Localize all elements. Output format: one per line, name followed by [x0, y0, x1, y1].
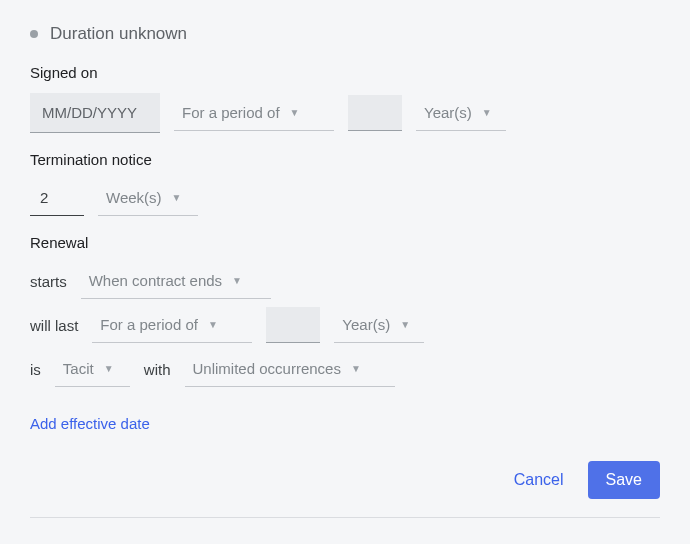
- renewal-is-select[interactable]: Tacit ▼: [55, 351, 130, 387]
- chevron-down-icon: ▼: [482, 108, 492, 118]
- duration-title: Duration unknown: [50, 24, 187, 44]
- renewal-is-label: is: [30, 361, 41, 378]
- renewal-will-last-label: will last: [30, 317, 78, 334]
- termination-value-input[interactable]: [30, 180, 84, 216]
- signed-on-period-unit-select[interactable]: Year(s) ▼: [416, 95, 506, 131]
- signed-on-period-value-input[interactable]: [348, 95, 402, 131]
- cancel-button[interactable]: Cancel: [510, 463, 568, 497]
- chevron-down-icon: ▼: [104, 364, 114, 374]
- renewal-label: Renewal: [30, 234, 660, 251]
- renewal-with-value: Unlimited occurrences: [193, 360, 341, 377]
- termination-notice-label: Termination notice: [30, 151, 660, 168]
- chevron-down-icon: ▼: [172, 193, 182, 203]
- renewal-will-last-unit-select[interactable]: Year(s) ▼: [334, 307, 424, 343]
- save-button[interactable]: Save: [588, 461, 660, 499]
- footer-actions: Cancel Save: [30, 461, 660, 518]
- signed-on-row: For a period of ▼ Year(s) ▼: [30, 93, 660, 133]
- termination-unit-select[interactable]: Week(s) ▼: [98, 180, 198, 216]
- signed-on-period-type-select[interactable]: For a period of ▼: [174, 95, 334, 131]
- renewal-with-select[interactable]: Unlimited occurrences ▼: [185, 351, 395, 387]
- signed-on-period-type-value: For a period of: [182, 104, 280, 121]
- renewal-is-row: is Tacit ▼ with Unlimited occurrences ▼: [30, 351, 660, 387]
- signed-on-label: Signed on: [30, 64, 660, 81]
- bullet-icon: [30, 30, 38, 38]
- renewal-starts-row: starts When contract ends ▼: [30, 263, 660, 299]
- termination-row: Week(s) ▼: [30, 180, 660, 216]
- renewal-with-label: with: [144, 361, 171, 378]
- chevron-down-icon: ▼: [400, 320, 410, 330]
- renewal-will-last-type-select[interactable]: For a period of ▼: [92, 307, 252, 343]
- renewal-will-last-row: will last For a period of ▼ Year(s) ▼: [30, 307, 660, 343]
- chevron-down-icon: ▼: [232, 276, 242, 286]
- add-effective-date-link[interactable]: Add effective date: [30, 415, 150, 432]
- renewal-will-last-value-input[interactable]: [266, 307, 320, 343]
- renewal-is-value: Tacit: [63, 360, 94, 377]
- renewal-will-last-type-value: For a period of: [100, 316, 198, 333]
- renewal-will-last-unit-value: Year(s): [342, 316, 390, 333]
- renewal-starts-value: When contract ends: [89, 272, 222, 289]
- renewal-starts-select[interactable]: When contract ends ▼: [81, 263, 271, 299]
- signed-on-date-input[interactable]: [30, 93, 160, 133]
- duration-header: Duration unknown: [30, 24, 660, 44]
- signed-on-period-unit-value: Year(s): [424, 104, 472, 121]
- chevron-down-icon: ▼: [290, 108, 300, 118]
- renewal-starts-label: starts: [30, 273, 67, 290]
- chevron-down-icon: ▼: [351, 364, 361, 374]
- termination-unit-value: Week(s): [106, 189, 162, 206]
- chevron-down-icon: ▼: [208, 320, 218, 330]
